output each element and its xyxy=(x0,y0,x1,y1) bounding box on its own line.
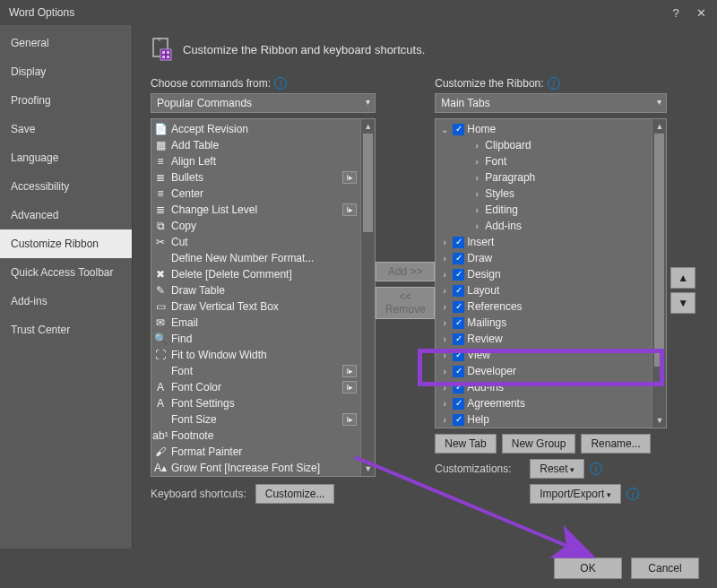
import-export-button[interactable]: Import/Export xyxy=(530,484,621,504)
expand-icon[interactable]: › xyxy=(471,173,482,183)
ribbon-tree-item[interactable]: ›✓Design xyxy=(436,266,652,282)
move-down-button[interactable]: ▼ xyxy=(670,292,695,314)
sidebar-item-proofing[interactable]: Proofing xyxy=(0,86,132,115)
new-group-button[interactable]: New Group xyxy=(502,434,576,454)
ribbon-tree-item[interactable]: ›✓References xyxy=(436,298,652,315)
ribbon-tree-item[interactable]: ›Paragraph xyxy=(436,169,652,186)
sidebar-item-advanced[interactable]: Advanced xyxy=(0,201,132,229)
ribbon-tree-item[interactable]: ›✓Draw xyxy=(436,250,652,266)
expand-icon[interactable]: › xyxy=(439,383,450,393)
command-item[interactable]: ≡Center xyxy=(151,186,360,202)
ribbon-tree-item[interactable]: ›Font xyxy=(436,153,652,169)
sidebar-item-language[interactable]: Language xyxy=(0,143,132,172)
sidebar-item-customize-ribbon[interactable]: Customize Ribbon xyxy=(0,229,132,258)
sidebar-item-add-ins[interactable]: Add-ins xyxy=(0,287,132,316)
command-item[interactable]: ✖Delete [Delete Comment] xyxy=(151,266,360,282)
close-button[interactable]: ✕ xyxy=(688,3,713,22)
expand-icon[interactable]: › xyxy=(471,189,482,199)
info-icon[interactable]: i xyxy=(274,77,287,90)
expand-icon[interactable]: › xyxy=(439,302,450,312)
ribbon-scope-dropdown[interactable]: Main Tabs xyxy=(435,93,667,113)
checkbox[interactable]: ✓ xyxy=(453,269,464,281)
expand-icon[interactable]: › xyxy=(439,254,450,264)
checkbox[interactable]: ✓ xyxy=(453,333,464,345)
ribbon-tree-item[interactable]: ›✓Help xyxy=(436,411,652,428)
ribbon-scrollbar[interactable]: ▲ ▼ xyxy=(652,119,666,428)
command-item[interactable]: ≣BulletsI▸ xyxy=(151,169,360,186)
expand-icon[interactable]: › xyxy=(439,399,450,409)
checkbox[interactable]: ✓ xyxy=(453,253,464,264)
ribbon-tree-item[interactable]: ›✓Mailings xyxy=(436,315,652,331)
command-item[interactable]: ▦Add Table xyxy=(151,137,360,153)
customize-shortcuts-button[interactable]: Customize... xyxy=(255,484,335,504)
expand-icon[interactable]: › xyxy=(471,141,482,151)
commands-scrollbar[interactable]: ▲ ▼ xyxy=(360,119,375,476)
expand-icon[interactable]: › xyxy=(439,318,450,328)
checkbox[interactable]: ✓ xyxy=(453,382,464,393)
expand-icon[interactable]: › xyxy=(439,270,450,280)
command-item[interactable]: ▭Draw Vertical Text Box xyxy=(151,298,360,315)
reset-button[interactable]: Reset xyxy=(530,459,584,479)
command-item[interactable]: ⛶Fit to Window Width xyxy=(151,347,360,363)
checkbox[interactable]: ✓ xyxy=(453,414,464,426)
checkbox[interactable]: ✓ xyxy=(453,350,464,361)
ribbon-tree-item[interactable]: ›✓Layout xyxy=(436,282,652,298)
remove-button[interactable]: << Remove xyxy=(376,287,435,319)
expand-icon[interactable]: › xyxy=(471,157,482,167)
help-button[interactable]: ? xyxy=(663,3,688,22)
expand-icon[interactable]: › xyxy=(471,221,482,231)
ribbon-tree-item[interactable]: ›✓Add-ins xyxy=(436,379,652,395)
expand-icon[interactable]: › xyxy=(439,350,450,360)
sidebar-item-quick-access-toolbar[interactable]: Quick Access Toolbar xyxy=(0,258,132,287)
ribbon-tree-item[interactable]: ›Clipboard xyxy=(436,137,652,153)
expand-icon[interactable]: › xyxy=(439,415,450,425)
ribbon-tree-item[interactable]: ›✓Agreements xyxy=(436,395,652,411)
ok-button[interactable]: OK xyxy=(554,558,622,579)
command-item[interactable]: 🖌Format Painter xyxy=(151,444,360,460)
command-item[interactable]: A▴Grow Font [Increase Font Size] xyxy=(151,460,360,476)
commands-source-dropdown[interactable]: Popular Commands xyxy=(151,93,376,113)
ribbon-tree-item[interactable]: ›Editing xyxy=(436,202,652,218)
ribbon-tree-item[interactable]: ›✓Review xyxy=(436,331,652,347)
command-item[interactable]: ✉Email xyxy=(151,315,360,331)
new-tab-button[interactable]: New Tab xyxy=(435,434,496,454)
command-item[interactable]: ✎Draw Table xyxy=(151,282,360,298)
ribbon-tree-item[interactable]: ›✓Insert xyxy=(436,234,652,250)
expand-icon[interactable]: › xyxy=(439,367,450,376)
command-item[interactable]: AFont ColorI▸ xyxy=(151,379,360,395)
command-item[interactable]: 📄Accept Revision xyxy=(151,121,360,137)
cancel-button[interactable]: Cancel xyxy=(631,558,699,579)
ribbon-tree-item[interactable]: ›✓View xyxy=(436,347,652,363)
info-icon[interactable]: i xyxy=(548,77,560,90)
command-item[interactable]: AFont Settings xyxy=(151,395,360,411)
expand-icon[interactable]: › xyxy=(471,205,482,215)
checkbox[interactable]: ✓ xyxy=(453,366,464,377)
expand-icon[interactable]: › xyxy=(439,286,450,296)
checkbox[interactable]: ✓ xyxy=(453,301,464,313)
expand-icon[interactable]: › xyxy=(439,238,450,247)
scrollbar-thumb[interactable] xyxy=(654,134,664,367)
scroll-down-icon[interactable]: ▼ xyxy=(652,413,666,428)
sidebar-item-accessibility[interactable]: Accessibility xyxy=(0,172,132,201)
ribbon-tree-item[interactable]: ›Add-ins xyxy=(436,218,652,234)
command-item[interactable]: Define New Number Format... xyxy=(151,250,360,266)
expand-icon[interactable]: › xyxy=(439,334,450,344)
command-item[interactable]: ⧉Copy xyxy=(151,218,360,234)
checkbox[interactable]: ✓ xyxy=(453,237,464,248)
info-icon[interactable]: i xyxy=(626,488,639,500)
command-item[interactable]: 🔍Find xyxy=(151,331,360,347)
collapse-icon[interactable]: ⌄ xyxy=(439,125,450,134)
command-item[interactable]: ≡Align Left xyxy=(151,153,360,169)
command-item[interactable]: ≣Change List LevelI▸ xyxy=(151,202,360,218)
ribbon-tree-item[interactable]: ›Styles xyxy=(436,186,652,202)
scrollbar-thumb[interactable] xyxy=(363,134,373,232)
scroll-up-icon[interactable]: ▲ xyxy=(361,119,375,134)
command-item[interactable]: FontI▸ xyxy=(151,363,360,379)
checkbox[interactable]: ✓ xyxy=(453,285,464,297)
scroll-down-icon[interactable]: ▼ xyxy=(361,462,375,476)
command-item[interactable]: ✂Cut xyxy=(151,234,360,250)
command-item[interactable]: Font SizeI▸ xyxy=(151,411,360,428)
info-icon[interactable]: i xyxy=(590,463,602,475)
ribbon-tree-item[interactable]: ⌄✓Home xyxy=(436,121,652,137)
ribbon-tree[interactable]: ⌄✓Home›Clipboard›Font›Paragraph›Styles›E… xyxy=(435,118,667,428)
